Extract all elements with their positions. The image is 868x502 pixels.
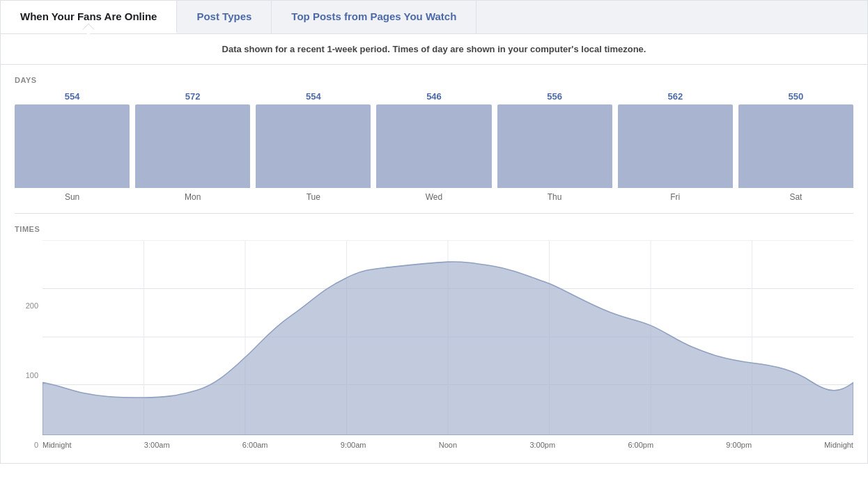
day-value: 554 — [65, 91, 80, 102]
day-bar — [256, 104, 371, 188]
day-value: 556 — [547, 91, 562, 102]
y-label-0: 0 — [15, 441, 42, 449]
day-bar — [376, 104, 491, 188]
x-label-3pm: 3:00pm — [529, 441, 555, 449]
day-col-sat: 550Sat — [738, 91, 853, 202]
tab-fans-online[interactable]: When Your Fans Are Online — [1, 1, 177, 33]
day-value: 562 — [667, 91, 683, 102]
days-label: DAYS — [15, 76, 853, 84]
day-name: Mon — [185, 192, 201, 202]
day-name: Thu — [548, 192, 562, 202]
days-section: DAYS 554Sun572Mon554Tue546Wed556Thu562Fr… — [1, 65, 867, 213]
tabs-bar: When Your Fans Are Online Post Types Top… — [1, 1, 867, 34]
y-label-100: 100 — [15, 371, 42, 379]
x-label-3am: 3:00am — [144, 441, 170, 449]
x-label-9am: 9:00am — [341, 441, 366, 449]
day-col-wed: 546Wed — [376, 91, 491, 202]
times-label: TIMES — [15, 225, 853, 233]
day-col-thu: 556Thu — [497, 91, 612, 202]
day-bar — [135, 104, 250, 188]
day-value: 554 — [306, 91, 321, 102]
day-value: 546 — [426, 91, 442, 102]
info-bar: Data shown for a recent 1-week period. T… — [1, 34, 867, 65]
day-value: 550 — [789, 91, 804, 102]
y-label-200: 200 — [15, 301, 42, 310]
x-label-midnight-end: Midnight — [824, 441, 853, 449]
day-name: Sun — [65, 192, 79, 202]
day-value: 572 — [185, 91, 201, 102]
x-label-9pm: 9:00pm — [726, 441, 752, 449]
days-grid: 554Sun572Mon554Tue546Wed556Thu562Fri550S… — [15, 91, 853, 202]
chart-area: 200 100 0 — [15, 240, 853, 449]
day-bar — [497, 104, 612, 188]
day-col-tue: 554Tue — [256, 91, 371, 202]
tab-top-posts[interactable]: Top Posts from Pages You Watch — [272, 1, 476, 33]
tab-post-types[interactable]: Post Types — [177, 1, 272, 33]
chart-canvas — [42, 240, 853, 435]
day-name: Fri — [670, 192, 680, 202]
x-axis: Midnight 3:00am 6:00am 9:00am Noon 3:00p… — [42, 441, 853, 449]
day-col-mon: 572Mon — [135, 91, 250, 202]
day-name: Wed — [426, 192, 442, 202]
day-col-sun: 554Sun — [15, 91, 130, 202]
day-col-fri: 562Fri — [618, 91, 733, 202]
x-label-6am: 6:00am — [242, 441, 268, 449]
x-label-noon: Noon — [439, 441, 457, 449]
x-label-6pm: 6:00pm — [628, 441, 653, 449]
day-name: Sat — [789, 192, 802, 202]
area-chart — [42, 240, 853, 435]
day-bar — [738, 104, 853, 188]
x-label-midnight-start: Midnight — [42, 441, 72, 449]
day-bar — [15, 104, 130, 188]
day-bar — [618, 104, 733, 188]
y-axis: 200 100 0 — [15, 240, 42, 449]
times-section: TIMES 200 100 0 — [1, 214, 867, 463]
day-name: Tue — [307, 192, 320, 202]
